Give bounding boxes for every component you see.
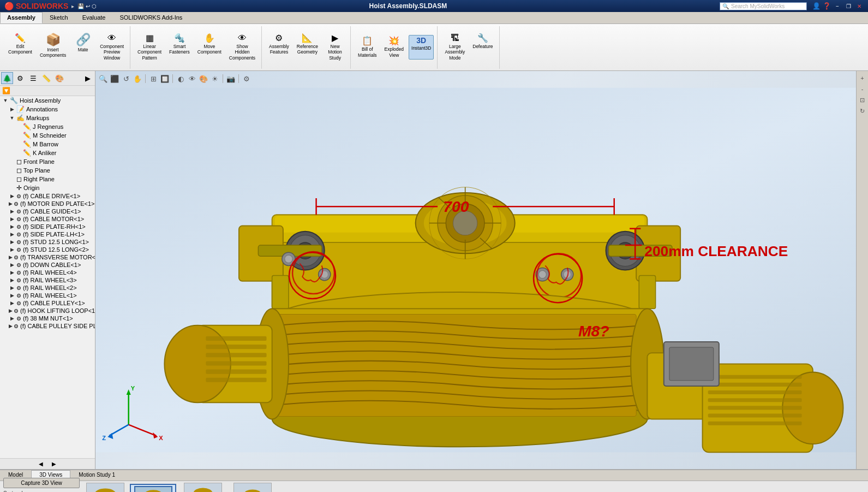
tree-item-m-barrow[interactable]: ✏️ M Barrow — [0, 140, 95, 149]
svg-rect-61 — [708, 406, 802, 410]
tree-item-cable-drive[interactable]: ▶ ⚙ (f) CABLE DRIVE<1> — [0, 192, 95, 200]
tree-item-cable-pulley-side[interactable]: ▶ ⚙ (f) CABLE PULLEY SIDE PLATE<... — [0, 322, 95, 330]
tree-item-rail-wheel-2[interactable]: ▶ ⚙ (f) RAIL WHEEL<2> — [0, 284, 95, 292]
tree-item-38mm-nut[interactable]: ▶ ⚙ (f) 38 MM NUT<1> — [0, 315, 95, 322]
restore-button[interactable]: ❐ — [844, 2, 853, 10]
sw-logo: 🔴 SOLIDWORKS — [4, 2, 68, 10]
capture-3d-view-button[interactable]: Capture 3D View — [3, 478, 80, 488]
svg-rect-63 — [708, 422, 802, 425]
ribbon-tabs: Assembly Sketch Evaluate SOLIDWORKS Add-… — [0, 12, 868, 24]
tree-scroll-right[interactable]: ▶ — [52, 461, 56, 467]
rt-zoom-in[interactable]: + — [858, 73, 867, 83]
btn-insert-components[interactable]: 📦 InsertComponents — [37, 32, 69, 62]
tree-item-stud-2[interactable]: ▶ ⚙ (f) STUD 12.5 LONG<2> — [0, 246, 95, 253]
edit-component-icon: ✏️ — [15, 34, 26, 43]
tree-scroll-left[interactable]: ◀ — [39, 461, 43, 467]
right-toolbar: + - ⊡ ↻ — [856, 71, 868, 469]
tree-item-origin[interactable]: ✛ Origin — [0, 183, 95, 192]
model-viewport-svg: 700 200mm CLEARANCE M8? — [95, 71, 868, 469]
tree-item-j-regnerus[interactable]: ✏️ J Regnerus — [0, 122, 95, 131]
btn-smart-fasteners[interactable]: 🔩 SmartFasteners — [166, 32, 193, 62]
ribbon-group-pattern: ▦ LinearComponentPattern 🔩 SmartFastener… — [131, 26, 262, 69]
panel-expand[interactable]: ▶ — [82, 72, 94, 84]
close-button[interactable]: ✕ — [855, 2, 864, 10]
rt-rotate[interactable]: ↻ — [858, 106, 867, 116]
tab-evaluate[interactable]: Evaluate — [75, 12, 113, 23]
tree-item-right-plane[interactable]: ◻ Right Plane — [0, 175, 95, 183]
tree-item-motor-end-plate[interactable]: ▶ ⚙ (f) MOTOR END PLATE<1> — [0, 200, 95, 208]
btn-edit-component[interactable]: ✏️ EditComponent — [5, 32, 35, 62]
tree-item-cable-guide[interactable]: ▶ ⚙ (f) CABLE GUIDE<1> — [0, 208, 95, 215]
btn-large-assembly[interactable]: 🏗 LargeAssemblyMode — [442, 32, 468, 62]
move-component-icon: ✋ — [204, 34, 215, 43]
ribbon-group-features: ⚙ AssemblyFeatures 📐 ReferenceGeometry ▶… — [263, 26, 351, 69]
tree-item-stud-1[interactable]: ▶ ⚙ (f) STUD 12.5 LONG<1> — [0, 238, 95, 246]
thumbnail-m-barrow[interactable]: M Barrow - MoutingBracket Hardware — [179, 481, 227, 492]
svg-point-33 — [538, 271, 546, 278]
svg-rect-39 — [639, 276, 655, 309]
panel-tool-featuretree[interactable]: 🌲 — [1, 72, 13, 84]
btn-mate[interactable]: 🔗 Mate — [71, 32, 95, 62]
tree-item-rail-wheel-3[interactable]: ▶ ⚙ (f) RAIL WHEEL<3> — [0, 276, 95, 284]
btn-linear-pattern[interactable]: ▦ LinearComponentPattern — [135, 32, 164, 62]
ribbon-group-assembly-mode: 🏗 LargeAssemblyMode 🔧 Defeature — [439, 26, 499, 69]
bottom-panel-content: Capture 3D View Sort order: Custom Date … — [0, 481, 868, 492]
help-icon: ❓ — [823, 2, 831, 10]
tab-assembly[interactable]: Assembly — [0, 12, 43, 23]
thumbnail-k-anliker[interactable]: K Anliker - FeatureDetail Review — [230, 481, 276, 492]
btn-reference-geometry[interactable]: 📐 ReferenceGeometry — [294, 32, 321, 62]
panel-tool-dim[interactable]: 📏 — [40, 72, 52, 84]
rt-zoom-out[interactable]: - — [858, 84, 867, 94]
svg-rect-52 — [206, 370, 266, 374]
svg-text:X: X — [159, 435, 163, 441]
thumbnail-m-schneider[interactable]: M Schneider -Mounting Brack... — [84, 481, 127, 492]
tree-item-k-anliker[interactable]: ✏️ K Anliker — [0, 149, 95, 157]
btn-defeature[interactable]: 🔧 Defeature — [470, 32, 495, 62]
tree-item-transverse-motor[interactable]: ▶ ⚙ (f) TRANSVERSE MOTOR<1> — [0, 253, 95, 261]
btn-move-component[interactable]: ✋ MoveComponent — [195, 32, 224, 62]
tree-item-m-schneider[interactable]: ✏️ M Schneider — [0, 131, 95, 140]
search-box[interactable]: 🔍 Search MySolidWorks — [720, 2, 807, 10]
ribbon-content: ✏️ EditComponent 📦 InsertComponents 🔗 Ma… — [0, 24, 868, 70]
btn-assembly-features[interactable]: ⚙ AssemblyFeatures — [266, 32, 292, 62]
svg-rect-62 — [708, 413, 802, 417]
panel-tool-display[interactable]: 🎨 — [53, 72, 65, 84]
filter-icon: 🔽 — [2, 87, 10, 94]
tree-item-side-plate-lh[interactable]: ▶ ⚙ (f) SIDE PLATE-LH<1> — [0, 230, 95, 238]
thumb-img-m-barrow — [184, 483, 222, 492]
panel-tool-config[interactable]: ☰ — [27, 72, 39, 84]
rt-fit[interactable]: ⊡ — [858, 95, 867, 105]
tree-item-top-plane[interactable]: ◻ Top Plane — [0, 166, 95, 175]
tree-item-front-plane[interactable]: ◻ Front Plane — [0, 157, 95, 166]
tree-item-markups[interactable]: ▼ ✍️ Markups — [0, 114, 95, 122]
left-panel: 🌲 ⚙ ☰ 📏 🎨 ▶ 🔽 ▼ 🔧 Hoist Assembly ▶ 📝 Ann… — [0, 71, 95, 469]
tree-item-down-cable[interactable]: ▶ ⚙ (f) DOWN CABLE<1> — [0, 261, 95, 269]
tab-addins[interactable]: SOLIDWORKS Add-Ins — [112, 12, 189, 23]
tree-item-cable-pulley[interactable]: ▶ ⚙ (f) CABLE PULLEY<1> — [0, 299, 95, 307]
tree-item-cable-motor[interactable]: ▶ ⚙ (f) CABLE MOTOR<1> — [0, 215, 95, 223]
window-title: Hoist Assembly.SLDASM — [97, 2, 720, 10]
tree-item-rail-wheel-1[interactable]: ▶ ⚙ (f) RAIL WHEEL<1> — [0, 292, 95, 299]
btn-show-hidden[interactable]: 👁 ShowHiddenComponents — [226, 32, 258, 62]
svg-rect-58 — [708, 383, 802, 387]
tree-item-rail-wheel-4[interactable]: ▶ ⚙ (f) RAIL WHEEL<4> — [0, 269, 95, 276]
tree-item-side-plate-rh[interactable]: ▶ ⚙ (f) SIDE PLATE-RH<1> — [0, 223, 95, 230]
tab-sketch[interactable]: Sketch — [43, 12, 75, 23]
svg-point-29 — [285, 255, 292, 263]
ribbon: Assembly Sketch Evaluate SOLIDWORKS Add-… — [0, 12, 868, 71]
tree-item-annotations[interactable]: ▶ 📝 Annotations — [0, 105, 95, 114]
svg-rect-50 — [206, 353, 266, 357]
btn-exploded-view[interactable]: 💥 ExplodedView — [382, 35, 406, 59]
tree-item-hook-lifting[interactable]: ▶ ⚙ (f) HOOK LIFTING LOOP<1> — [0, 307, 95, 315]
btn-bom[interactable]: 📋 Bill ofMaterials — [355, 35, 379, 59]
thumbnail-j-regnerus[interactable]: 7 J Regnerus - Motor — [130, 484, 176, 492]
quick-access[interactable]: 💾 ↩ ⬡ — [77, 3, 97, 9]
tree-item-hoist-assembly[interactable]: ▼ 🔧 Hoist Assembly — [0, 96, 95, 105]
btn-instant3d[interactable]: 3D Instant3D — [409, 35, 434, 59]
panel-tool-properties[interactable]: ⚙ — [14, 72, 26, 84]
btn-new-motion[interactable]: ▶ NewMotionStudy — [323, 32, 347, 62]
minimize-button[interactable]: − — [833, 2, 842, 10]
btn-component-preview[interactable]: 👁 ComponentPreviewWindow — [97, 32, 127, 62]
svg-rect-53 — [206, 378, 266, 382]
viewport[interactable]: 🔍 ⬛ ↺ ✋ ⊞ 🔲 ◐ 👁 🎨 ☀ 📷 ⚙ — [95, 71, 868, 469]
